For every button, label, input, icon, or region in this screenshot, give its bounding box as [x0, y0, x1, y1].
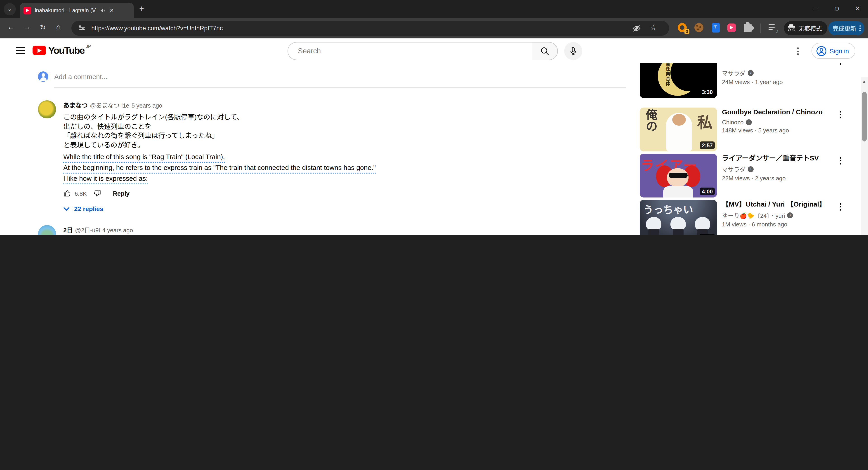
search-icon	[540, 46, 550, 56]
video-meta: 148M views · 5 years ago	[722, 127, 830, 134]
thumbnail-text: 俺の	[643, 108, 659, 132]
video-channel[interactable]: ゆーり🍎🐤〔24〕・yuri♪	[722, 211, 830, 220]
kebab-menu-icon[interactable]	[840, 63, 841, 66]
kebab-menu-icon[interactable]	[840, 201, 841, 212]
address-bar[interactable]: https://www.youtube.com/watch?v=UnIhRpIT…	[71, 21, 669, 36]
sign-in-button[interactable]: Sign in	[811, 43, 855, 59]
video-thumbnail[interactable]: うっちゃい 2:03	[640, 200, 717, 235]
extension-icon-password[interactable]	[711, 23, 721, 33]
video-meta: 1M views · 6 months ago	[722, 221, 830, 228]
comment-handle[interactable]: @2日-u9l	[75, 227, 100, 233]
like-icon[interactable]	[63, 189, 71, 197]
search-box[interactable]	[287, 42, 532, 60]
duration-badge: 2:03	[700, 233, 715, 235]
my-avatar	[38, 71, 49, 82]
video-title[interactable]: Goodbye Declaration / Chinozo	[722, 107, 830, 117]
video-channel[interactable]: マサラダ♪	[722, 69, 830, 77]
replies-toggle[interactable]: 22 replies	[63, 205, 624, 212]
video-item[interactable]: 俺の 私 2:57 Goodbye Declaration / Chinozo …	[640, 107, 842, 151]
update-label: 完成更新	[833, 24, 856, 33]
video-channel[interactable]: Chinozo♪	[722, 119, 830, 126]
extension-icon-cookie[interactable]	[694, 23, 704, 33]
comments-section: Add a comment... あまなつ@あまなつ-l1e5 years ag…	[38, 71, 626, 235]
toolbar-separator	[761, 24, 761, 33]
extensions-puzzle-icon[interactable]	[744, 23, 754, 33]
video-item[interactable]: ライアー 4:00 ライアーダンサー／重音テトSV マサラダ♪ 22M view…	[640, 154, 842, 197]
video-item[interactable]: 責任集合体 3:30 マサラダ♪ 24M views · 1 year ago	[640, 63, 842, 98]
thumbnail-text: 私	[697, 110, 712, 132]
window-maximize-button[interactable]: ▢	[827, 0, 847, 18]
verified-music-badge-icon: ♪	[746, 119, 752, 125]
browser-tab[interactable]: inabakumori - Lagtrain (V ✕	[20, 3, 134, 18]
comment-text: この曲のタイトルがラグトレイン(各駅停車)なのに対して、 出だしの、快速列車のこ…	[63, 113, 624, 182]
thumbnail-text: うっちゃい	[643, 201, 693, 216]
youtube-country-code: JP	[86, 44, 91, 55]
header-kebab-menu-icon[interactable]	[797, 46, 799, 56]
youtube-logo[interactable]: YouTube JP	[33, 45, 91, 55]
recommended-videos: 責任集合体 3:30 マサラダ♪ 24M views · 1 year ago …	[640, 63, 842, 235]
new-tab-button[interactable]: +	[139, 4, 144, 13]
bookmark-star-icon[interactable]: ☆	[650, 24, 656, 32]
scrollbar-up-icon[interactable]: ▲	[862, 79, 866, 84]
guide-menu-icon[interactable]	[16, 47, 25, 54]
extension-badge: 3	[684, 29, 689, 34]
browser-toolbar: ← → ↻ ⌂ https://www.youtube.com/watch?v=…	[0, 18, 868, 38]
comment: 2日@2日-u9l4 years ago 基礎問題、標準問題、応用問題、みたいな…	[38, 225, 626, 235]
incognito-label: 无痕模式	[798, 24, 822, 33]
back-button[interactable]: ←	[7, 23, 14, 31]
page-body: Add a comment... あまなつ@あまなつ-l1e5 years ag…	[0, 63, 859, 235]
reply-button[interactable]: Reply	[113, 190, 130, 197]
dislike-icon[interactable]	[93, 189, 101, 197]
video-title[interactable]: 【MV】Utchai / Yuri 【Original】	[722, 200, 830, 209]
extension-icon-orange[interactable]: 3	[678, 23, 688, 33]
microphone-icon	[568, 46, 578, 56]
tab-search-chevron-icon[interactable]: ⌄	[4, 3, 16, 15]
thumbnail-art	[666, 113, 692, 151]
verified-music-badge-icon: ♪	[787, 212, 793, 218]
voice-search-button[interactable]	[564, 42, 582, 60]
video-thumbnail[interactable]: ライアー 4:00	[640, 154, 717, 197]
comment-handle[interactable]: @あまなつ-l1e	[90, 102, 129, 109]
thumbnail-art	[658, 63, 698, 96]
forward-button[interactable]: →	[24, 23, 31, 31]
incognito-badge[interactable]: 无痕模式	[784, 21, 827, 35]
video-thumbnail[interactable]: 俺の 私 2:57	[640, 107, 717, 151]
preview-hidden-icon[interactable]	[632, 24, 641, 33]
home-button[interactable]: ⌂	[56, 23, 60, 31]
comment-author[interactable]: あまなつ	[63, 102, 88, 109]
browser-window: ⌄ inabakumori - Lagtrain (V ✕ + — ▢ ✕ ← …	[0, 0, 868, 235]
video-thumbnail[interactable]: 責任集合体 3:30	[640, 63, 717, 98]
reload-button[interactable]: ↻	[40, 23, 46, 32]
video-item[interactable]: うっちゃい 2:03 【MV】Utchai / Yuri 【Original】 …	[640, 200, 842, 235]
video-channel[interactable]: マサラダ♪	[722, 165, 830, 174]
avatar[interactable]	[38, 225, 56, 235]
add-comment-placeholder[interactable]: Add a comment...	[54, 73, 107, 81]
update-chrome-button[interactable]: 完成更新	[828, 21, 864, 35]
comment-author[interactable]: 2日	[63, 227, 73, 233]
search-input[interactable]	[298, 47, 515, 55]
youtube-logo-icon	[33, 45, 46, 55]
kebab-menu-icon[interactable]	[840, 109, 841, 120]
add-comment-row[interactable]: Add a comment...	[38, 71, 626, 82]
search-button[interactable]	[532, 42, 558, 60]
avatar[interactable]	[38, 100, 56, 118]
url-text[interactable]: https://www.youtube.com/watch?v=UnIhRpIT…	[91, 25, 669, 32]
video-meta: 24M views · 1 year ago	[722, 79, 830, 86]
video-title[interactable]: ライアーダンサー／重音テトSV	[722, 154, 830, 163]
browser-menu-icon[interactable]	[860, 24, 861, 32]
window-minimize-button[interactable]: —	[806, 0, 827, 18]
tab-close-icon[interactable]: ✕	[110, 7, 114, 13]
comment-time[interactable]: 5 years ago	[131, 102, 162, 109]
tab-strip: ⌄ inabakumori - Lagtrain (V ✕ + — ▢ ✕	[0, 0, 868, 18]
comment: あまなつ@あまなつ-l1e5 years ago この曲のタイトルがラグトレイン…	[38, 100, 626, 212]
window-close-button[interactable]: ✕	[847, 0, 868, 18]
thumbnail-art	[646, 217, 661, 230]
comment-time[interactable]: 4 years ago	[102, 227, 133, 233]
tab-audio-icon[interactable]	[100, 7, 106, 13]
extension-icon-video[interactable]	[727, 23, 737, 33]
kebab-menu-icon[interactable]	[840, 155, 841, 166]
scrollbar-thumb[interactable]	[862, 92, 867, 142]
site-info-icon[interactable]	[78, 24, 87, 33]
youtube-favicon-icon	[24, 6, 31, 14]
media-playlist-icon[interactable]: ♪	[769, 23, 778, 33]
